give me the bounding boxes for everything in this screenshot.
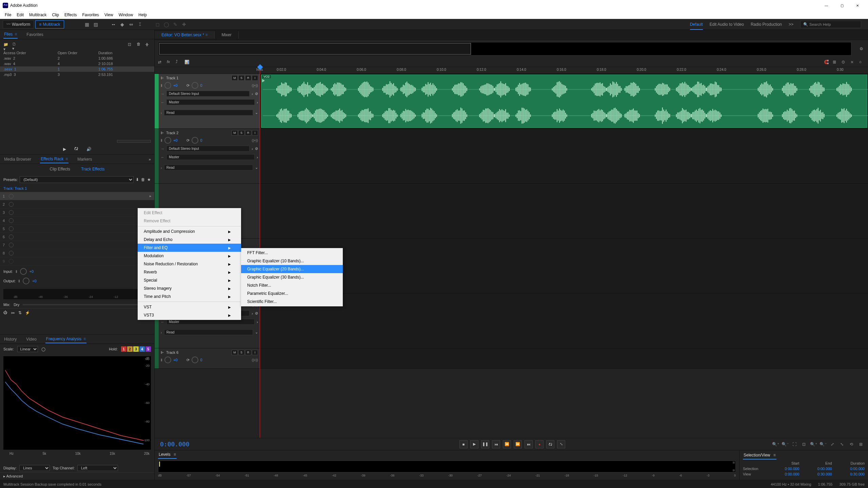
zoom-in-point-button[interactable]: ⤢ (829, 441, 836, 448)
volume-knob[interactable] (164, 357, 171, 363)
stop-button[interactable]: ■ (459, 440, 468, 448)
automation-dropdown[interactable]: Read (164, 110, 253, 116)
panel-menu-icon[interactable]: ≡ (205, 33, 208, 37)
pan-value[interactable]: 0 (200, 83, 202, 87)
input-monitor-button[interactable]: I (252, 130, 258, 136)
solo-button[interactable]: S (238, 350, 244, 355)
crossfade-button[interactable]: ⤬ (850, 60, 856, 65)
power-icon[interactable] (9, 243, 14, 247)
pan-knob[interactable] (192, 82, 198, 89)
mute-button[interactable]: M (232, 350, 238, 355)
insert-button[interactable]: ⊡ (128, 42, 133, 47)
power-icon[interactable] (9, 202, 14, 207)
record-arm-button[interactable]: R (245, 75, 251, 81)
menu-item[interactable]: Delay and Echo▶ (138, 236, 241, 244)
menu-item[interactable]: Modulation▶ (138, 252, 241, 260)
multitrack-view-button[interactable]: ≡ Multitrack (35, 20, 64, 28)
ripple-button[interactable]: ⊙ (842, 60, 847, 65)
track-color-strip[interactable] (155, 74, 159, 128)
menu-multitrack[interactable]: Multitrack (26, 12, 49, 18)
fx-button[interactable]: fx (167, 60, 172, 65)
input-dropdown[interactable]: Default Stereo Input (166, 146, 250, 151)
volume-knob[interactable] (164, 137, 171, 144)
menu-view[interactable]: View (102, 12, 116, 18)
fx-slot-3[interactable]: 3 (0, 208, 154, 217)
panel-menu-icon[interactable]: ≡ (773, 453, 776, 458)
advanced-row[interactable]: ▸ Advanced (0, 472, 154, 480)
menu-clip[interactable]: Clip (49, 12, 62, 18)
solo-button[interactable]: S (238, 130, 244, 136)
tab-levels[interactable]: Levels ≡ (158, 451, 177, 459)
mute-button[interactable]: M (232, 130, 238, 136)
tab-clip-effects[interactable]: Clip Effects (48, 166, 72, 172)
automation-dropdown[interactable]: Read (164, 329, 253, 335)
menu-item[interactable]: Amplitude and Compression▶ (138, 227, 241, 236)
workspace-more[interactable]: >> (789, 22, 793, 27)
menu-item[interactable]: Graphic Equalizer (20 Bands)... (241, 265, 343, 273)
track-content-2[interactable] (260, 129, 868, 183)
delete-preset-button[interactable]: 🗑 (141, 178, 145, 182)
menu-help[interactable]: Help (136, 12, 150, 18)
file-row[interactable]: .mp3 3 3 2:53.191 (0, 72, 154, 77)
power-icon[interactable] (9, 194, 14, 199)
panel-menu-icon[interactable]: ≡ (174, 452, 176, 457)
selection-start[interactable]: 0:00.000 (771, 467, 799, 471)
snap-button[interactable]: ⇄ (158, 60, 163, 65)
volume-knob[interactable] (164, 82, 171, 89)
track-color-strip[interactable] (155, 129, 159, 183)
metronome-button[interactable]: ⌂ (859, 60, 865, 65)
hold-5[interactable]: 5 (145, 346, 151, 352)
send-button[interactable]: ⤴ (176, 60, 181, 65)
workspace-radio[interactable]: Radio Production (751, 22, 782, 27)
zoom-reset-button[interactable]: ⟲ (848, 441, 855, 448)
menu-item[interactable]: Graphic Equalizer (30 Bands)... (241, 273, 343, 281)
track-content-3[interactable] (260, 184, 868, 238)
snap-toggle[interactable]: 🧲 (824, 60, 829, 65)
input-dropdown[interactable]: Default Stereo Input (166, 91, 250, 97)
tab-effects-rack[interactable]: Effects Rack≡ (40, 155, 68, 163)
output-value[interactable]: +0 (32, 279, 37, 283)
timeline-ruler[interactable]: hms 0:02.00:04.00:06.00:08.00:10.00:12.0… (155, 67, 868, 74)
fx-power-button[interactable]: ⏻ (3, 310, 7, 315)
tab-media-browser[interactable]: Media Browser (3, 156, 32, 163)
zoom-fit-button[interactable]: ⊞ (857, 441, 865, 448)
tab-video[interactable]: Video (25, 336, 37, 343)
fx-slot-8[interactable]: 8 (0, 249, 154, 257)
track-header-2[interactable]: ⊩ Track 2 M S R I ⫴ +0 (159, 129, 260, 183)
tool-2[interactable]: ▨ (93, 21, 99, 28)
search-help-input[interactable]: 🔍 Search Help (800, 21, 861, 28)
group-button[interactable]: ⊞ (833, 60, 838, 65)
tab-frequency[interactable]: Frequency Analysis≡ (45, 335, 86, 343)
fx-slot-2[interactable]: 2 (0, 200, 154, 208)
tool-1[interactable]: ▦ (84, 21, 91, 28)
menu-item[interactable]: Noise Reduction / Restoration▶ (138, 260, 241, 268)
gear-icon[interactable]: ⚙ (855, 46, 868, 51)
zoom-out-amp-button[interactable]: 🔍⁻ (781, 441, 789, 448)
menu-item[interactable]: Parametric Equalizer... (241, 289, 343, 298)
input-value[interactable]: +0 (29, 269, 34, 273)
power-icon[interactable] (9, 226, 14, 231)
track-content-1[interactable]: VO2 (260, 74, 868, 128)
chevron-down-icon[interactable]: ⌄ (255, 110, 258, 115)
file-row[interactable]: .wav 4 4 2:10.018 (0, 61, 154, 66)
move-tool[interactable]: ↔ (110, 21, 117, 28)
panel-menu-icon[interactable]: ≡ (65, 157, 68, 161)
top-channel-dropdown[interactable]: Left (77, 465, 118, 471)
loop-button[interactable]: 🗘 (546, 440, 554, 448)
time-select-tool[interactable]: 𝙸 (137, 21, 143, 28)
menu-edit[interactable]: Edit (14, 12, 26, 18)
effects-context-menu[interactable]: Edit EffectRemove EffectAmplitude and Co… (138, 208, 241, 320)
input-knob[interactable] (20, 268, 27, 275)
file-row[interactable]: .wav 2 2 1:00.686 (0, 56, 154, 61)
fx-slot-6[interactable]: 6 (0, 233, 154, 241)
track-collapse-icon[interactable]: ⊩ (161, 76, 164, 80)
save-preset-button[interactable]: ⬇ (136, 177, 139, 182)
marquee-tool[interactable]: ◻ (154, 21, 161, 28)
panel-menu-icon[interactable]: ≡ (15, 32, 17, 37)
record-button[interactable]: ● (535, 440, 544, 448)
record-arm-button[interactable]: R (245, 130, 251, 136)
menu-item[interactable]: Graphic Equalizer (10 Bands)... (241, 257, 343, 265)
menu-item[interactable]: VST▶ (138, 303, 241, 311)
lasso-tool[interactable]: ◯ (163, 21, 170, 28)
menu-item[interactable]: FFT Filter... (241, 249, 343, 257)
